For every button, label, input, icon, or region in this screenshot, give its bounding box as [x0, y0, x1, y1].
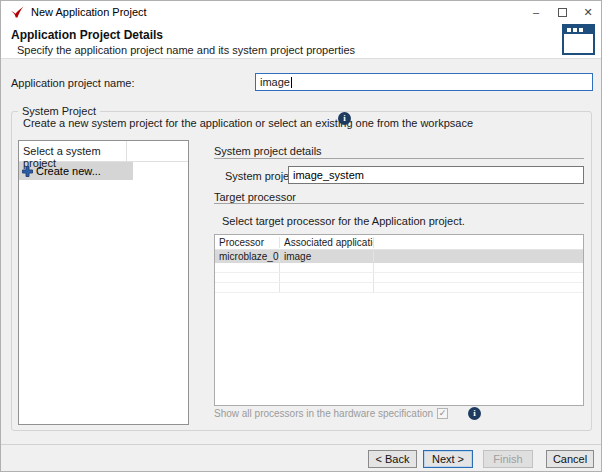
column-header-associated-applications[interactable]: Associated applications [280, 237, 374, 248]
window-title: New Application Project [31, 6, 147, 18]
list-item-label: Create new... [36, 165, 101, 177]
column-header-processor[interactable]: Processor [215, 237, 280, 248]
table-row-microblaze[interactable]: microblaze_0 image [215, 250, 583, 263]
list-item-create-new[interactable]: Create new... [19, 162, 133, 180]
minimize-icon[interactable]: – [523, 1, 549, 23]
target-processor-description: Select target processor for the Applicat… [222, 215, 465, 227]
system-project-name-input[interactable] [288, 166, 584, 184]
divider [214, 203, 584, 204]
back-button[interactable]: < Back [368, 450, 417, 468]
system-project-list-header-label: Select a system project [19, 141, 127, 161]
xilinx-logo-icon [9, 6, 24, 19]
maximize-icon[interactable] [549, 1, 575, 23]
table-empty-row [215, 283, 583, 293]
title-bar[interactable]: New Application Project – ✕ [1, 1, 601, 23]
cell-processor: microblaze_0 [215, 251, 280, 262]
show-all-processors-checkbox[interactable]: ✓ [437, 408, 448, 419]
page-title: Application Project Details [11, 28, 163, 42]
close-icon[interactable]: ✕ [575, 1, 601, 23]
wizard-header: Application Project Details Specify the … [1, 23, 601, 59]
window-controls: – ✕ [523, 1, 601, 23]
info-icon[interactable]: i [338, 112, 351, 125]
app-project-name-label: Application project name: [11, 77, 135, 89]
text-caret [291, 77, 292, 88]
new-application-project-dialog: New Application Project – ✕ Application … [0, 0, 602, 472]
cell-associated-applications: image [280, 251, 374, 262]
button-bar: < Back Next > Finish Cancel [1, 444, 601, 471]
table-empty-row [215, 263, 583, 273]
processor-table: Processor Associated applications microb… [214, 234, 584, 406]
app-project-name-input[interactable]: image [255, 73, 593, 91]
processor-table-header: Processor Associated applications [215, 235, 583, 250]
system-project-details-title: System project details [214, 145, 322, 157]
show-all-processors-row: Show all processors in the hardware spec… [214, 407, 481, 420]
system-project-list: Select a system project Create new... [18, 140, 189, 425]
show-all-processors-label: Show all processors in the hardware spec… [214, 408, 433, 419]
cancel-button[interactable]: Cancel [546, 450, 594, 468]
system-project-group-label: System Project [18, 105, 100, 117]
plus-icon [22, 166, 33, 177]
wizard-window-icon [562, 24, 595, 55]
system-project-description: Create a new system project for the appl… [23, 117, 473, 129]
next-button[interactable]: Next > [423, 450, 473, 468]
system-project-list-header[interactable]: Select a system project [19, 141, 188, 162]
divider [214, 158, 584, 159]
page-subtitle: Specify the application project name and… [17, 44, 355, 56]
target-processor-title: Target processor [214, 191, 296, 203]
table-empty-row [215, 273, 583, 283]
finish-button[interactable]: Finish [483, 450, 533, 468]
info-icon[interactable]: i [468, 407, 481, 420]
